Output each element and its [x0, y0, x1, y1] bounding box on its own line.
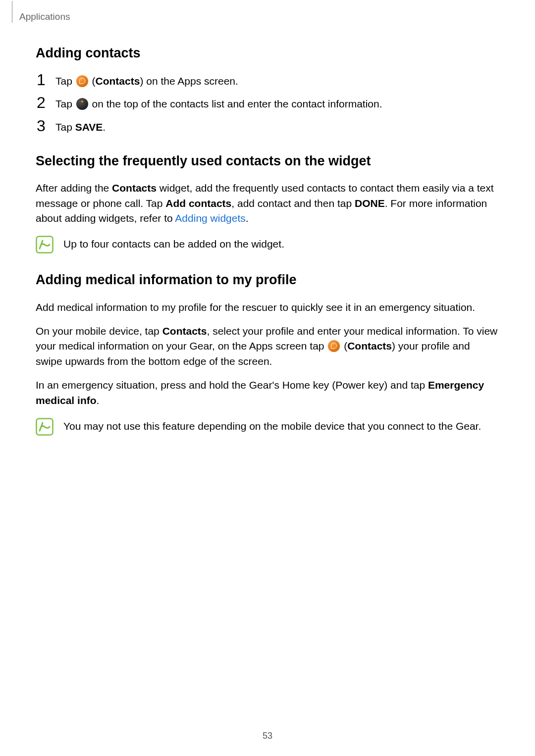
add-contact-icon: [76, 98, 88, 110]
text: After adding the: [36, 182, 112, 194]
note: Up to four contacts can be added on the …: [36, 235, 499, 253]
step-3: 3 Tap SAVE.: [36, 119, 499, 135]
bold-label: Contacts: [162, 325, 207, 337]
step-1: 1 Tap (Contacts) on the Apps screen.: [36, 73, 499, 89]
text: , add contact and then tap: [231, 198, 355, 209]
text: Tap: [55, 75, 75, 87]
note-icon: [36, 418, 54, 436]
note-text: You may not use this feature depending o…: [63, 417, 499, 434]
text: (: [89, 75, 96, 87]
note: You may not use this feature depending o…: [36, 417, 499, 436]
bold-label: Add contacts: [165, 198, 231, 209]
bold-label: Contacts: [96, 75, 140, 87]
text: (: [341, 340, 347, 352]
breadcrumb-label: Applications: [19, 10, 70, 24]
text: Tap: [55, 98, 75, 109]
breadcrumb: Applications: [12, 10, 499, 24]
contacts-icon: [328, 340, 340, 352]
text: Tap: [55, 121, 75, 133]
paragraph: After adding the Contacts widget, add th…: [36, 181, 499, 226]
bold-label: Contacts: [112, 182, 157, 194]
page-number: 53: [0, 729, 535, 742]
step-body: Tap (Contacts) on the Apps screen.: [55, 73, 499, 89]
step-number: 3: [36, 118, 47, 134]
step-2: 2 Tap on the top of the contacts list an…: [36, 96, 499, 111]
bold-label: SAVE: [75, 121, 103, 133]
step-body: Tap on the top of the contacts list and …: [55, 96, 499, 111]
text: on the top of the contacts list and ente…: [89, 98, 382, 109]
step-body: Tap SAVE.: [55, 119, 499, 135]
link-adding-widgets[interactable]: Adding widgets: [175, 212, 245, 224]
bold-label: Contacts: [347, 340, 392, 352]
paragraph: Add medical information to my profile fo…: [36, 300, 499, 315]
step-number: 2: [36, 95, 47, 110]
text: .: [246, 212, 249, 224]
heading-medical: Adding medical information to my profile: [36, 270, 499, 290]
note-icon: [36, 236, 54, 253]
text: .: [97, 395, 100, 406]
text: In an emergency situation, press and hol…: [36, 379, 428, 391]
paragraph: On your mobile device, tap Contacts, sel…: [36, 324, 499, 369]
note-text: Up to four contacts can be added on the …: [63, 235, 499, 252]
page: Applications Adding contacts 1 Tap (Cont…: [0, 0, 535, 756]
text: On your mobile device, tap: [36, 325, 162, 337]
breadcrumb-rule: [12, 1, 12, 23]
text: ) on the Apps screen.: [140, 75, 238, 87]
heading-adding-contacts: Adding contacts: [36, 44, 499, 63]
heading-selecting: Selecting the frequently used contacts o…: [36, 151, 499, 171]
paragraph: In an emergency situation, press and hol…: [36, 378, 499, 408]
bold-label: DONE: [355, 198, 385, 209]
step-number: 1: [36, 72, 47, 88]
contacts-icon: [76, 75, 88, 87]
text: .: [103, 121, 106, 133]
